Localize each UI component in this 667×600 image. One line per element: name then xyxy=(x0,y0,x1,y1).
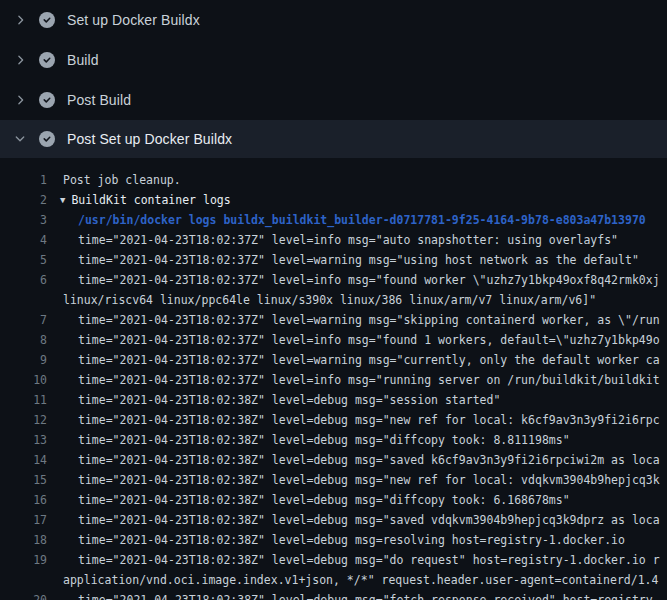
log-text: time="2021-04-23T18:02:37Z" level=info m… xyxy=(47,330,660,350)
log-text: time="2021-04-23T18:02:38Z" level=debug … xyxy=(47,390,500,410)
log-text: time="2021-04-23T18:02:38Z" level=debug … xyxy=(47,410,660,430)
log-text: time="2021-04-23T18:02:37Z" level=info m… xyxy=(47,370,660,390)
log-line-number[interactable]: 2 xyxy=(0,190,47,210)
caret-down-icon: ▼ xyxy=(60,190,65,210)
check-circle-icon xyxy=(39,131,55,147)
log-line-number[interactable]: 18 xyxy=(0,530,47,550)
log-line: 10time="2021-04-23T18:02:37Z" level=info… xyxy=(0,370,667,390)
log-line: 18time="2021-04-23T18:02:38Z" level=debu… xyxy=(0,530,667,550)
log-line: 16time="2021-04-23T18:02:38Z" level=debu… xyxy=(0,490,667,510)
log-line: linux/riscv64 linux/ppc64le linux/s390x … xyxy=(0,290,667,310)
log-line: 6time="2021-04-23T18:02:37Z" level=info … xyxy=(0,270,667,290)
log-line: 1Post job cleanup. xyxy=(0,170,667,190)
log-line: 2▼BuildKit container logs xyxy=(0,190,667,210)
log-group-header[interactable]: ▼BuildKit container logs xyxy=(47,190,231,210)
log-line: 11time="2021-04-23T18:02:38Z" level=debu… xyxy=(0,390,667,410)
log-group-title: BuildKit container logs xyxy=(71,193,230,207)
step-label: Post Build xyxy=(67,92,131,108)
log-line: 9time="2021-04-23T18:02:37Z" level=warni… xyxy=(0,350,667,370)
log-text: time="2021-04-23T18:02:38Z" level=debug … xyxy=(47,530,625,550)
step-label: Post Set up Docker Buildx xyxy=(67,131,232,147)
log-line: 7time="2021-04-23T18:02:37Z" level=warni… xyxy=(0,310,667,330)
step-header-post-build[interactable]: Post Build xyxy=(0,80,667,120)
step-header-set-up-docker-buildx[interactable]: Set up Docker Buildx xyxy=(0,0,667,40)
log-line-number[interactable]: 17 xyxy=(0,510,47,530)
chevron-right-icon xyxy=(12,92,28,108)
log-text: time="2021-04-23T18:02:37Z" level=info m… xyxy=(47,270,660,290)
log-line-number[interactable]: 4 xyxy=(0,230,47,250)
log-line-number xyxy=(0,290,47,310)
step-header-build[interactable]: Build xyxy=(0,40,667,80)
log-text: time="2021-04-23T18:02:38Z" level=debug … xyxy=(47,450,660,470)
chevron-right-icon xyxy=(12,12,28,28)
log-line-number[interactable]: 13 xyxy=(0,430,47,450)
log-text: time="2021-04-23T18:02:38Z" level=debug … xyxy=(47,490,570,510)
log-line-number[interactable]: 14 xyxy=(0,450,47,470)
log-line: 17time="2021-04-23T18:02:38Z" level=debu… xyxy=(0,510,667,530)
log-line-number[interactable]: 12 xyxy=(0,410,47,430)
steps-list: Set up Docker BuildxBuildPost BuildPost … xyxy=(0,0,667,158)
log-line: 3/usr/bin/docker logs buildx_buildkit_bu… xyxy=(0,210,667,230)
log-line-number[interactable]: 15 xyxy=(0,470,47,490)
log-line-number xyxy=(0,570,47,590)
step-header-post-set-up-docker-buildx[interactable]: Post Set up Docker Buildx xyxy=(0,120,667,158)
log-text: Post job cleanup. xyxy=(47,170,181,190)
log-line-number[interactable]: 3 xyxy=(0,210,47,230)
log-line: 12time="2021-04-23T18:02:38Z" level=debu… xyxy=(0,410,667,430)
log-line-number[interactable]: 6 xyxy=(0,270,47,290)
log-text: time="2021-04-23T18:02:38Z" level=debug … xyxy=(47,550,660,570)
log-text: time="2021-04-23T18:02:38Z" level=debug … xyxy=(47,470,660,490)
log-panel: 1Post job cleanup.2▼BuildKit container l… xyxy=(0,158,667,600)
log-line-number[interactable]: 10 xyxy=(0,370,47,390)
log-text-continuation: linux/riscv64 linux/ppc64le linux/s390x … xyxy=(47,290,596,310)
log-line: 13time="2021-04-23T18:02:38Z" level=debu… xyxy=(0,430,667,450)
log-line-number[interactable]: 11 xyxy=(0,390,47,410)
log-line-number[interactable]: 7 xyxy=(0,310,47,330)
log-line: application/vnd.oci.image.index.v1+json,… xyxy=(0,570,667,590)
log-text: time="2021-04-23T18:02:38Z" level=debug … xyxy=(47,430,570,450)
log-line-number[interactable]: 5 xyxy=(0,250,47,270)
log-command-text: /usr/bin/docker logs buildx_buildkit_bui… xyxy=(47,210,646,230)
log-text: time="2021-04-23T18:02:37Z" level=warnin… xyxy=(47,250,639,270)
chevron-down-icon xyxy=(12,131,28,147)
log-text: time="2021-04-23T18:02:37Z" level=warnin… xyxy=(47,310,660,330)
log-text: time="2021-04-23T18:02:38Z" level=debug … xyxy=(47,590,660,600)
log-line-number[interactable]: 20 xyxy=(0,590,47,600)
check-circle-icon xyxy=(39,52,55,68)
chevron-right-icon xyxy=(12,52,28,68)
log-line: 4time="2021-04-23T18:02:37Z" level=info … xyxy=(0,230,667,250)
step-label: Set up Docker Buildx xyxy=(67,12,200,28)
log-line-number[interactable]: 8 xyxy=(0,330,47,350)
log-line-number[interactable]: 1 xyxy=(0,170,47,190)
log-text: time="2021-04-23T18:02:37Z" level=info m… xyxy=(47,230,618,250)
log-line: 8time="2021-04-23T18:02:37Z" level=info … xyxy=(0,330,667,350)
step-label: Build xyxy=(67,52,99,68)
log-line-number[interactable]: 16 xyxy=(0,490,47,510)
log-line: 14time="2021-04-23T18:02:38Z" level=debu… xyxy=(0,450,667,470)
log-line-number[interactable]: 9 xyxy=(0,350,47,370)
check-circle-icon xyxy=(39,12,55,28)
log-line-number[interactable]: 19 xyxy=(0,550,47,570)
log-text: time="2021-04-23T18:02:38Z" level=debug … xyxy=(47,510,660,530)
log-line: 19time="2021-04-23T18:02:38Z" level=debu… xyxy=(0,550,667,570)
log-line: 15time="2021-04-23T18:02:38Z" level=debu… xyxy=(0,470,667,490)
log-line: 5time="2021-04-23T18:02:37Z" level=warni… xyxy=(0,250,667,270)
log-line: 20time="2021-04-23T18:02:38Z" level=debu… xyxy=(0,590,667,600)
log-text: time="2021-04-23T18:02:37Z" level=warnin… xyxy=(47,350,660,370)
log-text-continuation: application/vnd.oci.image.index.v1+json,… xyxy=(47,570,658,590)
check-circle-icon xyxy=(39,92,55,108)
